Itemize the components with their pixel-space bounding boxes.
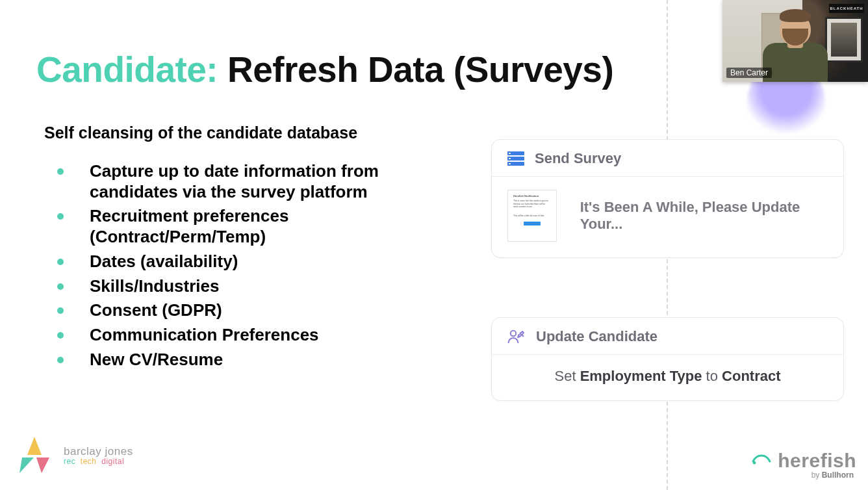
video-sign: BLACKHEATH [829,4,864,13]
card-update-candidate: Update Candidate Set Employment Type to … [491,317,844,401]
bullet-item: Skills/Industries [57,276,421,297]
card-send-survey: Send Survey Herefish Notification This i… [491,139,844,258]
logo-bj-text: barclay jones rec tech digital [64,446,133,465]
card-header: Update Candidate [492,318,843,355]
thumb-line: This will be a little bit more of that. [513,214,551,217]
survey-body-text: It's Been A While, Please Update Your... [580,199,828,233]
update-value: Contract [722,368,780,384]
bullet-list: Capture up to date information from cand… [57,161,421,374]
presenter-name: Ben Carter [726,68,772,78]
logo-bj-line1: barclay jones [64,446,133,458]
herefish-icon [750,451,772,471]
title-accent: Candidate: [36,49,218,90]
svg-marker-8 [19,458,34,473]
presenter-video: BLACKHEATH Ben Carter [722,0,868,82]
update-body-text: Set Employment Type to Contract [507,368,828,385]
logo-bj-mark [14,435,55,476]
svg-rect-5 [509,163,511,164]
card-heading-text: Update Candidate [536,328,657,345]
thumb-title: Herefish Notification [513,194,551,198]
svg-marker-7 [27,437,42,455]
svg-rect-3 [509,153,511,154]
card-heading-text: Send Survey [535,150,621,167]
bullet-item: Capture up to date information from cand… [57,161,421,202]
logo-bj-line2: rec tech digital [64,458,133,466]
bullet-item: Communication Preferences [57,325,421,346]
title-main: Refresh Data (Surveys) [218,49,613,90]
logo-barclay-jones: barclay jones rec tech digital [14,435,133,476]
svg-marker-9 [36,458,49,473]
bullet-item: Consent (GDPR) [57,300,421,321]
logo-herefish: herefish by Bullhorn [750,450,856,480]
logo-hf-word: herefish [778,450,856,472]
svg-point-6 [511,331,516,336]
bullet-item: Dates (availability) [57,251,421,272]
slide-title: Candidate: Refresh Data (Surveys) [36,49,613,90]
survey-icon [507,151,524,166]
card-body: Herefish Notification This is some text … [492,177,843,257]
contact-edit-icon [507,329,526,344]
svg-rect-4 [509,158,511,159]
update-pre: Set [554,368,580,384]
email-thumbnail: Herefish Notification This is some text … [507,190,557,242]
update-mid: to [702,368,722,384]
thumb-button [524,222,541,226]
thumb-line: This is some text that needs to go into … [513,200,551,207]
card-body: Set Employment Type to Contract [492,355,843,400]
logo-hf-byline: by Bullhorn [811,471,856,480]
card-header: Send Survey [492,140,843,177]
bullet-item: New CV/Resume [57,350,421,370]
update-field: Employment Type [580,368,702,384]
bullet-item: Recruitment preferences (Contract/Perm/T… [57,206,421,247]
svg-point-10 [753,461,756,465]
slide-subtitle: Self cleansing of the candidate database [44,123,357,142]
